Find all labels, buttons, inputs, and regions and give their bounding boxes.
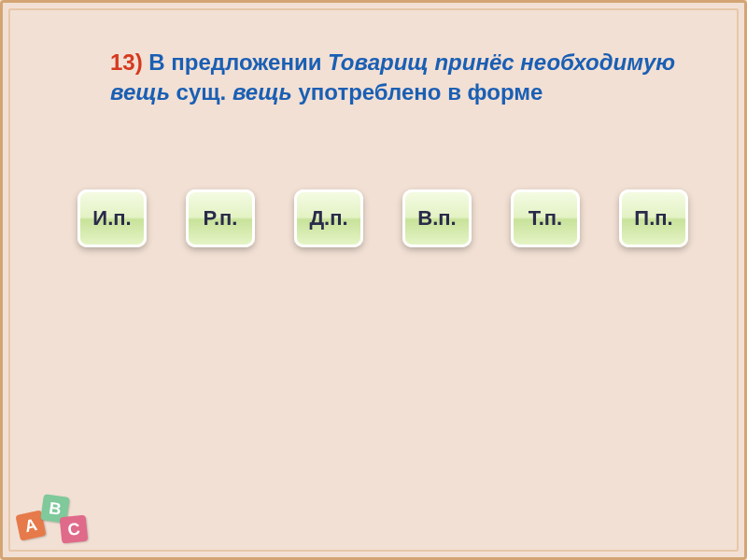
question-number: 13) <box>110 49 143 75</box>
option-label: Т.п. <box>529 206 562 231</box>
option-nominative[interactable]: И.п. <box>78 189 147 247</box>
option-label: Д.п. <box>309 206 347 231</box>
option-prepositional[interactable]: П.п. <box>619 189 688 247</box>
options-row: И.п. Р.п. Д.п. В.п. Т.п. П.п. <box>78 189 688 247</box>
abc-blocks-icon: A B C <box>16 488 91 546</box>
option-label: Р.п. <box>204 206 238 231</box>
question-text: 13) В предложении Товарищ принёс необход… <box>110 48 688 108</box>
option-label: И.п. <box>92 206 131 231</box>
option-genitive[interactable]: Р.п. <box>186 189 255 247</box>
question-noun: вещь <box>233 79 292 105</box>
option-dative[interactable]: Д.п. <box>294 189 363 247</box>
block-c-icon: C <box>60 515 89 544</box>
option-label: В.п. <box>417 206 456 231</box>
question-part2: сущ. <box>176 79 227 105</box>
question-part3: употреблено в форме <box>299 79 543 105</box>
option-instrumental[interactable]: Т.п. <box>511 189 580 247</box>
question-part1: В предложении <box>148 49 321 75</box>
option-label: П.п. <box>634 206 672 231</box>
option-accusative[interactable]: В.п. <box>402 189 472 247</box>
